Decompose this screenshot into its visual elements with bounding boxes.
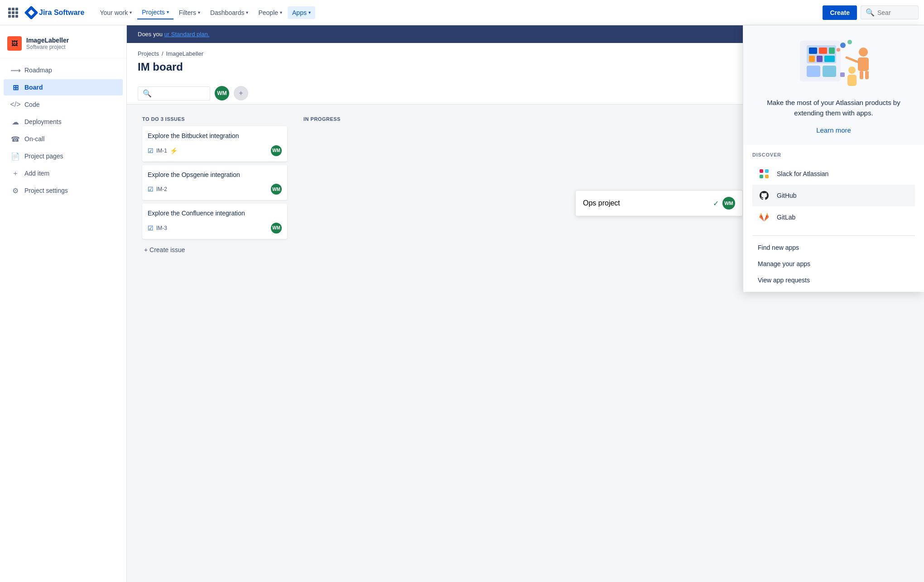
board-search-icon: 🔍: [143, 89, 152, 98]
sidebar-project-info: ImageLabeller Software project: [26, 37, 69, 50]
discover-item-gitlab-label: GitLab: [777, 214, 795, 221]
sidebar-item-deployments[interactable]: ☁ Deployments: [4, 114, 123, 130]
grid-menu[interactable]: [5, 5, 26, 20]
nav-people-label: People: [258, 9, 278, 16]
card-checkbox-2-icon: ☑: [148, 186, 154, 193]
nav-apps-label: Apps: [292, 9, 307, 16]
sidebar-item-code-label: Code: [24, 101, 39, 108]
project-icon: 🖼: [7, 36, 22, 51]
breadcrumb-project[interactable]: ImageLabeller: [166, 50, 203, 57]
nav-people[interactable]: People ▾: [254, 6, 287, 19]
svg-point-10: [859, 48, 868, 57]
apps-tagline: Make the most of your Atlassian products…: [761, 98, 906, 118]
right-panel-actions: ✓ WM: [713, 197, 735, 210]
svg-rect-22: [765, 169, 769, 173]
deployments-icon: ☁: [11, 117, 20, 126]
sidebar-item-code[interactable]: </> Code: [4, 96, 123, 113]
project-name: ImageLabeller: [26, 37, 69, 44]
card-checkbox-icon: ☑: [148, 147, 154, 154]
create-issue-button[interactable]: + Create issue: [142, 243, 287, 257]
svg-point-15: [848, 67, 856, 74]
svg-rect-5: [819, 48, 827, 54]
card-im-3-id: IM-3: [156, 225, 167, 231]
right-panel-card: Ops project ✓ WM: [575, 190, 743, 216]
svg-point-17: [840, 43, 846, 48]
svg-rect-4: [809, 48, 817, 54]
apps-learn-more-link[interactable]: Learn more: [816, 126, 851, 134]
card-im-1-id-row: ☑ IM-1 ⚡: [148, 147, 178, 154]
apps-grid-icon[interactable]: [5, 5, 21, 20]
sidebar-item-oncall[interactable]: ☎ On-call: [4, 131, 123, 147]
sidebar-item-project-pages-label: Project pages: [24, 153, 63, 160]
card-im-1-title: Explore the Bitbucket integration: [148, 132, 282, 141]
todo-column: TO DO 3 ISSUES Explore the Bitbucket int…: [138, 112, 292, 262]
search-icon: 🔍: [866, 8, 875, 17]
nav-dashboards[interactable]: Dashboards ▾: [206, 6, 253, 19]
nav-dashboards-label: Dashboards: [210, 9, 245, 16]
apps-illustration-svg: [793, 38, 875, 88]
svg-rect-9: [824, 56, 835, 62]
card-im-2[interactable]: Explore the Opsgenie integration ☑ IM-2 …: [142, 165, 287, 200]
svg-rect-7: [809, 56, 815, 62]
nav-apps-chevron: ▾: [308, 10, 311, 15]
sidebar-item-roadmap-label: Roadmap: [24, 67, 52, 74]
svg-rect-16: [847, 75, 857, 86]
svg-line-14: [847, 57, 858, 62]
card-im-1-assignee: WM: [271, 145, 282, 156]
sidebar-item-project-settings-label: Project settings: [24, 187, 68, 194]
nav-your-work[interactable]: Your work ▾: [95, 6, 136, 19]
banner-text: Does you ur Standard plan.: [138, 31, 209, 38]
checkmark-icon: ✓: [713, 199, 719, 208]
svg-rect-6: [829, 48, 835, 54]
discover-item-gitlab[interactable]: GitLab: [752, 206, 915, 228]
sidebar-item-board[interactable]: ⊞ Board: [4, 79, 123, 95]
find-new-apps-link[interactable]: Find new apps: [752, 239, 915, 256]
sidebar-item-add-item-label: Add item: [24, 170, 49, 177]
top-navigation: Jira Software Your work ▾ Projects ▾ Fil…: [0, 0, 924, 25]
nav-filters[interactable]: Filters ▾: [174, 6, 205, 19]
sidebar-item-roadmap[interactable]: ⟿ Roadmap: [4, 62, 123, 78]
discover-label: DISCOVER: [752, 152, 915, 157]
oncall-icon: ☎: [11, 134, 20, 143]
apps-links: Find new apps Manage your apps View app …: [743, 236, 924, 269]
board-search-field[interactable]: 🔍: [138, 86, 210, 100]
add-icon: ＋: [11, 169, 20, 178]
nav-apps-button[interactable]: Apps ▾: [288, 6, 315, 19]
user-avatar-wm[interactable]: WM: [215, 86, 229, 100]
discover-section: DISCOVER Slack for Atlassian GitHub: [743, 145, 924, 235]
logo-diamond-icon: [24, 5, 38, 19]
card-im-1-footer: ☑ IM-1 ⚡ WM: [148, 145, 282, 156]
nav-projects-label: Projects: [142, 9, 165, 16]
discover-item-github[interactable]: GitHub: [752, 185, 915, 206]
create-button[interactable]: Create: [823, 5, 857, 20]
logo-text: Jira Software: [39, 9, 84, 17]
nav-people-chevron: ▾: [280, 10, 282, 15]
card-checkbox-3-icon: ☑: [148, 224, 154, 232]
board-icon: ⊞: [11, 83, 20, 92]
search-box[interactable]: 🔍: [861, 5, 919, 19]
create-issue-label: + Create issue: [144, 246, 185, 253]
code-icon: </>: [11, 100, 20, 109]
card-im-3[interactable]: Explore the Confluence integration ☑ IM-…: [142, 204, 287, 239]
svg-point-18: [847, 40, 852, 44]
svg-rect-12: [860, 71, 863, 79]
pages-icon: 📄: [11, 152, 20, 161]
right-panel-ops-project: Ops project: [583, 199, 620, 207]
sidebar-item-project-pages[interactable]: 📄 Project pages: [4, 148, 123, 164]
breadcrumb-projects[interactable]: Projects: [138, 50, 159, 57]
right-panel-assignee-avatar: WM: [722, 197, 735, 210]
svg-rect-11: [858, 57, 869, 71]
search-input[interactable]: [877, 9, 914, 16]
banner-link[interactable]: ur Standard plan.: [164, 31, 210, 38]
sidebar-item-project-settings[interactable]: ⚙ Project settings: [4, 182, 123, 199]
card-im-3-title: Explore the Confluence integration: [148, 209, 282, 218]
manage-apps-link[interactable]: Manage your apps: [752, 256, 915, 269]
jira-logo[interactable]: Jira Software: [26, 8, 84, 18]
add-member-button[interactable]: +: [234, 86, 248, 100]
nav-your-work-chevron: ▾: [130, 10, 132, 15]
card-im-1[interactable]: Explore the Bitbucket integration ☑ IM-1…: [142, 126, 287, 162]
discover-item-slack[interactable]: Slack for Atlassian: [752, 163, 915, 185]
sidebar-item-add-item[interactable]: ＋ Add item: [4, 165, 123, 181]
svg-rect-3: [823, 66, 836, 77]
nav-projects[interactable]: Projects ▾: [137, 6, 173, 19]
